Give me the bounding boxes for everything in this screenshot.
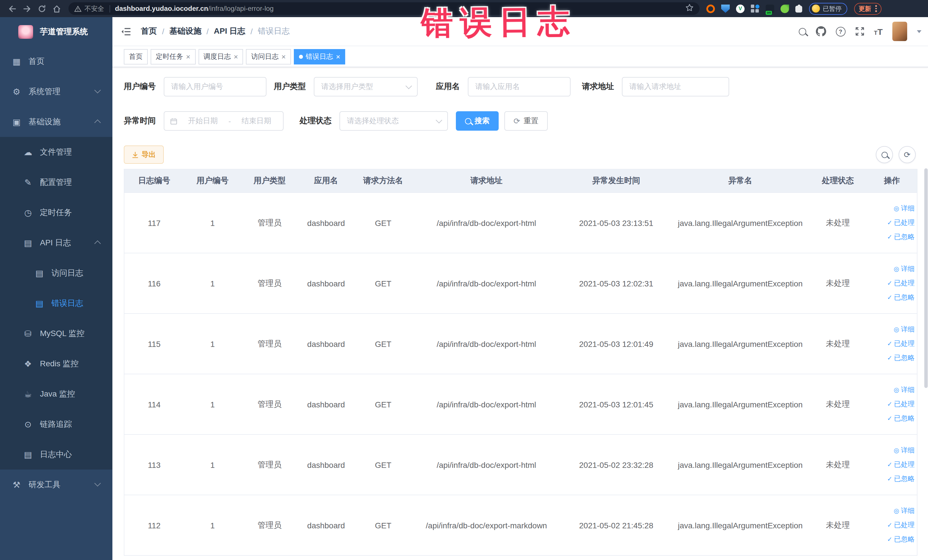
search-icon[interactable] bbox=[798, 27, 806, 35]
breadcrumb-home[interactable]: 首页 bbox=[141, 26, 157, 37]
sidebar-item-tracing[interactable]: ⊙ 链路追踪 bbox=[0, 409, 112, 439]
cell-exception: java.lang.IllegalArgumentException bbox=[672, 192, 809, 253]
sidebar-logo[interactable]: 芋道管理系统 bbox=[0, 17, 112, 46]
breadcrumb-infrastructure[interactable]: 基础设施 bbox=[169, 26, 201, 37]
process-status-label: 处理状态 bbox=[299, 116, 331, 126]
ignored-link[interactable]: ✓已忽略 bbox=[887, 353, 914, 363]
processed-link[interactable]: ✓已处理 bbox=[887, 278, 914, 288]
avatar-dropdown-icon[interactable] bbox=[917, 30, 922, 33]
hide-search-button[interactable] bbox=[876, 146, 893, 163]
extensions-puzzle-icon[interactable] bbox=[795, 5, 802, 12]
ignored-link[interactable]: ✓已忽略 bbox=[887, 232, 914, 242]
processed-link[interactable]: ✓已处理 bbox=[887, 400, 914, 409]
sidebar-item-redis-monitor[interactable]: ❖ Redis 监控 bbox=[0, 349, 112, 379]
browser-forward-icon[interactable] bbox=[20, 1, 34, 16]
close-icon[interactable]: × bbox=[234, 53, 238, 60]
breadcrumb-separator: / bbox=[250, 27, 253, 36]
error-log-table: 日志编号 用户编号 用户类型 应用名 请求方法名 请求地址 异常发生时间 异常名… bbox=[124, 169, 917, 556]
col-actions: 操作 bbox=[867, 169, 917, 192]
extension-leaf-icon[interactable] bbox=[780, 4, 789, 13]
extension-v-icon[interactable]: V bbox=[736, 4, 745, 13]
process-status-select[interactable]: 请选择处理状态 bbox=[339, 111, 448, 131]
github-icon[interactable] bbox=[816, 26, 826, 37]
app-title: 芋道管理系统 bbox=[40, 26, 88, 37]
sidebar-item-java-monitor[interactable]: ☕ Java 监控 bbox=[0, 379, 112, 409]
sidebar-item-mysql-monitor[interactable]: ⛁ MySQL 监控 bbox=[0, 318, 112, 349]
refresh-button[interactable]: ⟳ bbox=[899, 146, 916, 163]
profile-paused-chip[interactable]: 已暂停 bbox=[809, 3, 847, 15]
search-button[interactable]: 搜索 bbox=[456, 111, 499, 131]
user-id-input[interactable]: 请输入用户编号 bbox=[164, 77, 266, 96]
close-icon[interactable]: × bbox=[186, 53, 190, 60]
action-label: 已忽略 bbox=[894, 232, 914, 242]
security-chip[interactable]: 不安全 bbox=[74, 4, 104, 13]
close-icon[interactable]: × bbox=[281, 53, 285, 60]
font-size-icon[interactable]: TT bbox=[874, 27, 883, 36]
sidebar-item-infrastructure[interactable]: ▣ 基础设施 bbox=[0, 107, 112, 137]
close-icon[interactable]: × bbox=[336, 53, 340, 60]
fullscreen-icon[interactable] bbox=[855, 27, 864, 36]
extension-on-icon[interactable]: on bbox=[766, 4, 774, 13]
ignored-link[interactable]: ✓已忽略 bbox=[887, 293, 914, 302]
url-bar[interactable]: 不安全 dashboard.yudao.iocoder.cn /infra/lo… bbox=[69, 2, 699, 15]
reset-button[interactable]: ⟳ 重置 bbox=[504, 111, 548, 131]
request-url-input[interactable]: 请输入请求地址 bbox=[622, 77, 729, 96]
sidebar-item-access-log[interactable]: ▤ 访问日志 bbox=[0, 258, 112, 288]
check-icon: ✓ bbox=[887, 414, 892, 423]
sidebar-item-dev-tools[interactable]: ⚒ 研发工具 bbox=[0, 470, 112, 500]
processed-link[interactable]: ✓已处理 bbox=[887, 218, 914, 227]
tag-access-log[interactable]: 访问日志 × bbox=[246, 49, 291, 64]
extension-orange-icon[interactable] bbox=[706, 4, 715, 13]
warning-icon bbox=[74, 5, 82, 12]
refresh-icon: ⟳ bbox=[904, 151, 910, 159]
detail-link[interactable]: ◎详细 bbox=[894, 264, 914, 274]
sidebar-item-file-management[interactable]: ☁ 文件管理 bbox=[0, 137, 112, 167]
processed-link[interactable]: ✓已处理 bbox=[887, 520, 914, 530]
breadcrumb-api-log[interactable]: API 日志 bbox=[214, 26, 245, 37]
detail-link[interactable]: ◎详细 bbox=[894, 325, 914, 335]
app-name-input[interactable]: 请输入应用名 bbox=[468, 77, 571, 96]
processed-link[interactable]: ✓已处理 bbox=[887, 460, 914, 470]
cell-status: 未处理 bbox=[809, 495, 867, 555]
sidebar-item-system-management[interactable]: ⚙ 系统管理 bbox=[0, 76, 112, 107]
browser-back-icon[interactable] bbox=[5, 1, 20, 16]
ignored-link[interactable]: ✓已忽略 bbox=[887, 414, 914, 423]
tag-schedule-log[interactable]: 调度日志 × bbox=[198, 49, 243, 64]
sidebar-item-api-log[interactable]: ▤ API 日志 bbox=[0, 227, 112, 258]
processed-link[interactable]: ✓已处理 bbox=[887, 339, 914, 349]
exception-time-range-picker[interactable]: 开始日期 - 结束日期 bbox=[164, 111, 284, 131]
ignored-link[interactable]: ✓已忽略 bbox=[887, 535, 914, 544]
cell-app-name: dashboard bbox=[298, 253, 354, 314]
scrollbar-thumb[interactable] bbox=[924, 168, 928, 388]
tag-scheduled-jobs[interactable]: 定时任务 × bbox=[151, 49, 195, 64]
detail-link[interactable]: ◎详细 bbox=[894, 446, 914, 456]
sidebar-item-home[interactable]: ▦ 首页 bbox=[0, 46, 112, 76]
table-row: 1171管理员dashboardGET/api/infra/db-doc/exp… bbox=[124, 192, 917, 253]
browser-update-button[interactable]: 更新 bbox=[854, 3, 881, 15]
sidebar-item-label: Redis 监控 bbox=[40, 359, 78, 369]
sidebar-item-log-center[interactable]: ▤ 日志中心 bbox=[0, 439, 112, 470]
detail-link[interactable]: ◎详细 bbox=[894, 204, 914, 214]
sidebar-item-error-log[interactable]: ▤ 错误日志 bbox=[0, 288, 112, 318]
detail-link[interactable]: ◎详细 bbox=[894, 507, 914, 516]
tag-error-log[interactable]: 错误日志 × bbox=[294, 49, 345, 64]
browser-menu-icon[interactable] bbox=[875, 5, 877, 12]
user-avatar[interactable] bbox=[892, 22, 907, 41]
sidebar-fold-icon[interactable] bbox=[121, 27, 131, 36]
cell-actions: ◎详细✓已处理✓已忽略 bbox=[867, 374, 917, 435]
sidebar-item-config-management[interactable]: ✎ 配置管理 bbox=[0, 167, 112, 197]
user-type-select[interactable]: 请选择用户类型 bbox=[314, 77, 418, 96]
bookmark-star-icon[interactable] bbox=[685, 3, 694, 14]
browser-reload-icon[interactable] bbox=[34, 1, 49, 16]
log-icon: ▤ bbox=[34, 298, 44, 308]
browser-home-icon[interactable] bbox=[49, 1, 64, 16]
extension-grid-icon[interactable] bbox=[751, 4, 759, 13]
tag-home[interactable]: 首页 bbox=[124, 49, 148, 64]
sidebar-item-scheduled-jobs[interactable]: ◷ 定时任务 bbox=[0, 197, 112, 227]
ignored-link[interactable]: ✓已忽略 bbox=[887, 474, 914, 484]
cell-time: 2021-05-02 21:45:28 bbox=[560, 495, 672, 555]
help-icon[interactable]: ? bbox=[836, 26, 845, 36]
export-button[interactable]: 导出 bbox=[124, 145, 164, 164]
extension-shield-icon[interactable] bbox=[721, 4, 730, 13]
detail-link[interactable]: ◎详细 bbox=[894, 385, 914, 395]
